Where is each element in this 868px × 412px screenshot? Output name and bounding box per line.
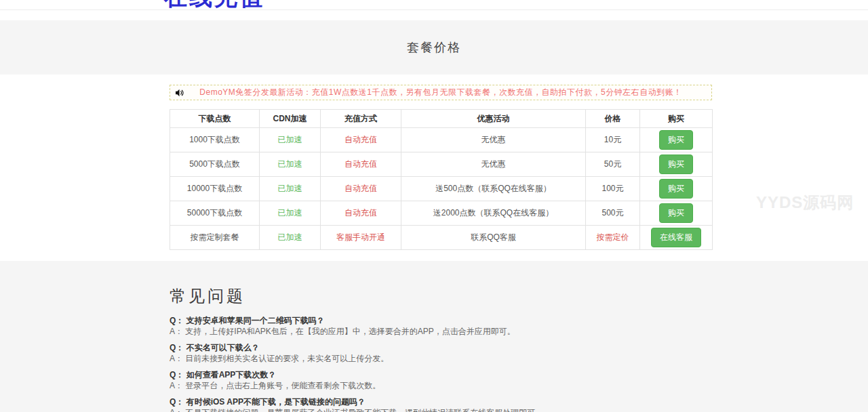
header-divider: [0, 9, 868, 10]
cell-buy: 购买: [640, 201, 713, 226]
table-row: 1000下载点数已加速自动充值无优惠10元购买: [170, 128, 713, 152]
buy-button[interactable]: 购买: [659, 203, 693, 223]
faq-answer: A： 支持，上传好IPA和APK包后，在【我的应用】中，选择要合并的APP，点击…: [170, 326, 712, 337]
notice-text: DemoYM免签分发最新活动：充值1W点数送1千点数，另有包月无限下载套餐，次数…: [199, 87, 682, 98]
column-header-5: 购买: [640, 110, 713, 128]
cell-download-points: 50000下载点数: [170, 201, 260, 226]
faq-question: Q： 不实名可以下载么？: [170, 342, 712, 353]
pricing-title-band: 套餐价格: [0, 20, 868, 75]
cell-download-points: 10000下载点数: [170, 177, 260, 201]
faq-question: Q： 支持安卓和苹果同一个二维码下载吗？: [170, 315, 712, 326]
cell-buy: 购买: [640, 177, 713, 201]
column-header-1: CDN加速: [260, 110, 321, 128]
cell-cdn-status: 已加速: [260, 152, 321, 177]
column-header-3: 优惠活动: [401, 110, 586, 128]
cell-cdn-status: 已加速: [260, 177, 321, 201]
table-header-row: 下载点数CDN加速充值方式优惠活动价格购买: [170, 110, 713, 128]
cell-promotion: 送2000点数（联系QQ在线客服）: [401, 201, 586, 226]
cell-recharge-method: 自动充值: [321, 177, 401, 201]
faq-answer: A： 登录平台，点击右上角账号，便能查看剩余下载次数。: [170, 380, 712, 391]
cell-recharge-method: 自动充值: [321, 201, 401, 226]
table-row: 按需定制套餐已加速客服手动开通联系QQ客服按需定价在线客服: [170, 226, 713, 250]
cell-recharge-method: 客服手动开通: [321, 226, 401, 250]
cell-promotion: 无优惠: [401, 128, 586, 152]
pricing-table: 下载点数CDN加速充值方式优惠活动价格购买 1000下载点数已加速自动充值无优惠…: [170, 109, 713, 250]
cell-promotion: 送500点数（联系QQ在线客服）: [401, 177, 586, 201]
faq-item: Q： 有时候iOS APP不能下载，是下载链接的问题吗？A： 不是下载链接的问题…: [170, 396, 712, 412]
cell-price: 按需定价: [586, 226, 640, 250]
faq-question: Q： 有时候iOS APP不能下载，是下载链接的问题吗？: [170, 396, 712, 407]
table-row: 5000下载点数已加速自动充值无优惠50元购买: [170, 152, 713, 177]
buy-button[interactable]: 购买: [659, 179, 693, 199]
cell-price: 500元: [586, 201, 640, 226]
faq-list: Q： 支持安卓和苹果同一个二维码下载吗？A： 支持，上传好IPA和APK包后，在…: [170, 315, 712, 412]
faq-answer: A： 不是下载链接的问题，是苹果屏蔽了企业证书导致不能下载，遇到此情况请联系在线…: [170, 407, 712, 412]
site-logo[interactable]: 在线充值: [164, 0, 264, 13]
cell-cdn-status: 已加速: [260, 128, 321, 152]
online-service-button[interactable]: 在线客服: [651, 228, 701, 247]
cell-buy: 在线客服: [640, 226, 713, 250]
buy-button[interactable]: 购买: [659, 154, 693, 174]
column-header-2: 充值方式: [321, 110, 401, 128]
cell-recharge-method: 自动充值: [321, 152, 401, 177]
cell-promotion: 无优惠: [401, 152, 586, 177]
pricing-section: DemoYM免签分发最新活动：充值1W点数送1千点数，另有包月无限下载套餐，次数…: [0, 75, 868, 261]
buy-button[interactable]: 购买: [659, 130, 693, 150]
faq-answer: A： 目前未接到相关实名认证的要求，未实名可以上传分发。: [170, 353, 712, 364]
site-header: 在线充值: [0, 0, 868, 20]
column-header-0: 下载点数: [170, 110, 260, 128]
cell-price: 10元: [586, 128, 640, 152]
cell-recharge-method: 自动充值: [321, 128, 401, 152]
faq-item: Q： 支持安卓和苹果同一个二维码下载吗？A： 支持，上传好IPA和APK包后，在…: [170, 315, 712, 337]
cell-cdn-status: 已加速: [260, 226, 321, 250]
column-header-4: 价格: [586, 110, 640, 128]
cell-buy: 购买: [640, 128, 713, 152]
speaker-icon: [175, 88, 184, 100]
cell-promotion: 联系QQ客服: [401, 226, 586, 250]
table-row: 10000下载点数已加速自动充值送500点数（联系QQ在线客服）100元购买: [170, 177, 713, 201]
cell-download-points: 按需定制套餐: [170, 226, 260, 250]
cell-price: 100元: [586, 177, 640, 201]
faq-item: Q： 不实名可以下载么？A： 目前未接到相关实名认证的要求，未实名可以上传分发。: [170, 342, 712, 364]
cell-download-points: 1000下载点数: [170, 128, 260, 152]
faq-item: Q： 如何查看APP下载次数？A： 登录平台，点击右上角账号，便能查看剩余下载次…: [170, 369, 712, 391]
notice-bar: DemoYM免签分发最新活动：充值1W点数送1千点数，另有包月无限下载套餐，次数…: [170, 85, 712, 100]
faq-section: 常见问题 Q： 支持安卓和苹果同一个二维码下载吗？A： 支持，上传好IPA和AP…: [0, 261, 868, 412]
cell-price: 50元: [586, 152, 640, 177]
pricing-section-title: 套餐价格: [407, 39, 461, 56]
table-row: 50000下载点数已加速自动充值送2000点数（联系QQ在线客服）500元购买: [170, 201, 713, 226]
cell-cdn-status: 已加速: [260, 201, 321, 226]
cell-download-points: 5000下载点数: [170, 152, 260, 177]
faq-question: Q： 如何查看APP下载次数？: [170, 369, 712, 380]
faq-title: 常见问题: [170, 285, 712, 307]
cell-buy: 购买: [640, 152, 713, 177]
